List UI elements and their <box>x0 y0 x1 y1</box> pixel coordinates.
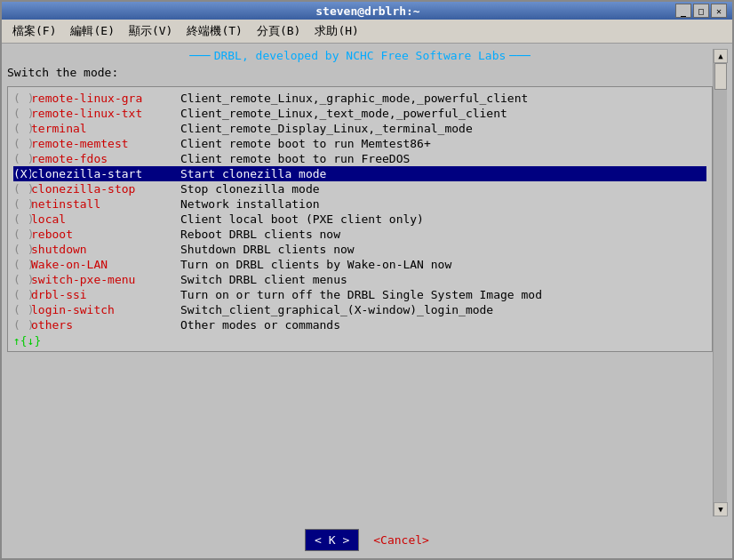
list-item[interactable]: ( )shutdownShutdown DRBL clients now <box>13 242 706 257</box>
item-desc: Client_remote_Linux,_graphic_mode,_power… <box>180 92 528 105</box>
item-desc: Client remote boot to run FreeDOS <box>180 152 410 165</box>
item-name: switch-pxe-menu <box>31 273 173 286</box>
list-item[interactable]: (X)clonezilla-startStart clonezilla mode <box>13 166 706 181</box>
item-desc: Switch_client_graphical_(X-window)_login… <box>180 303 493 316</box>
list-item[interactable]: ( )othersOther modes or commands <box>13 317 706 332</box>
radio-indicator: ( ) <box>13 92 28 105</box>
radio-indicator: ( ) <box>13 243 28 256</box>
header-text: DRBL, developed by NCHC Free Software La… <box>211 49 510 62</box>
list-item[interactable]: ( )drbl-ssiTurn on or turn off the DRBL … <box>13 287 706 302</box>
item-name: clonezilla-stop <box>31 182 173 196</box>
scroll-up-button[interactable]: ▲ <box>714 49 728 63</box>
menu-tab[interactable]: 分頁(B) <box>250 21 307 41</box>
menu-edit[interactable]: 編輯(E) <box>63 21 121 41</box>
item-name: shutdown <box>31 243 173 256</box>
item-name: local <box>31 212 173 226</box>
item-desc: Shutdown DRBL clients now <box>180 243 355 256</box>
menu-terminal[interactable]: 終端機(T) <box>180 21 249 41</box>
item-desc: Client_remote_Display_Linux,_terminal_mo… <box>180 122 473 135</box>
bottom-buttons: < K > <Cancel> <box>2 522 732 558</box>
mode-list[interactable]: ( )remote-linux-graClient_remote_Linux,_… <box>7 86 713 352</box>
item-desc: Client remote boot to run Memtest86+ <box>180 137 431 150</box>
list-item[interactable]: ( )remote-fdosClient remote boot to run … <box>13 151 706 166</box>
radio-indicator: ( ) <box>13 228 28 241</box>
window-controls: _ □ ✕ <box>675 4 727 18</box>
item-desc: Start clonezilla mode <box>180 167 326 180</box>
list-item[interactable]: ( )switch-pxe-menuSwitch DRBL client men… <box>13 272 706 287</box>
radio-indicator: ( ) <box>13 318 28 332</box>
header-dashes-left: ─── <box>189 49 210 62</box>
menu-file[interactable]: 檔案(F) <box>5 21 63 41</box>
list-item[interactable]: ( )rebootReboot DRBL clients now <box>13 227 706 242</box>
list-item[interactable]: ( )clonezilla-stopStop clonezilla mode <box>13 181 706 196</box>
radio-indicator: ( ) <box>13 197 28 211</box>
scrollbar[interactable]: ▲ ▼ <box>713 49 727 516</box>
list-item[interactable]: ( )remote-linux-txtClient_remote_Linux,_… <box>13 106 706 121</box>
radio-indicator: ( ) <box>13 288 28 301</box>
main-window: steven@drblrh:~ _ □ ✕ 檔案(F) 編輯(E) 顯示(V) … <box>0 0 734 560</box>
list-item[interactable]: ( )remote-memtestClient remote boot to r… <box>13 136 706 151</box>
radio-indicator: (X) <box>13 167 28 180</box>
radio-indicator: ( ) <box>13 303 28 316</box>
radio-indicator: ( ) <box>13 122 28 135</box>
item-name: reboot <box>31 228 173 241</box>
list-item[interactable]: ( )netinstallNetwork installation <box>13 196 706 212</box>
item-desc: Other modes or commands <box>180 318 340 332</box>
item-name: clonezilla-start <box>31 167 173 180</box>
item-desc: Client local boot (PXE client only) <box>180 212 424 226</box>
list-item[interactable]: ( )Wake-on-LANTurn on DRBL clients by Wa… <box>13 257 706 272</box>
switch-mode-label: Switch the mode: <box>7 66 713 79</box>
radio-indicator: ( ) <box>13 212 28 226</box>
scrollbar-track[interactable] <box>714 63 727 502</box>
item-name: remote-memtest <box>31 137 173 150</box>
item-desc: Turn on DRBL clients by Wake-on-LAN now <box>180 258 451 271</box>
radio-indicator: ( ) <box>13 273 28 286</box>
radio-indicator: ( ) <box>13 137 28 150</box>
list-item[interactable]: ( )localClient local boot (PXE client on… <box>13 212 706 227</box>
scrollbar-thumb[interactable] <box>714 63 727 90</box>
item-name: others <box>31 318 173 332</box>
menu-view[interactable]: 顯示(V) <box>122 21 180 41</box>
item-name: remote-linux-gra <box>31 92 173 105</box>
item-desc: Turn on or turn off the DRBL Single Syst… <box>180 288 542 301</box>
terminal-content: ─── DRBL, developed by NCHC Free Softwar… <box>7 49 713 516</box>
item-desc: Client_remote_Linux,_text_mode,_powerful… <box>180 107 507 120</box>
item-desc: Network installation <box>180 197 320 211</box>
cancel-button[interactable]: <Cancel> <box>373 533 429 547</box>
item-desc: Stop clonezilla mode <box>180 182 320 196</box>
header-section: ─── DRBL, developed by NCHC Free Softwar… <box>7 49 713 62</box>
item-name: login-switch <box>31 303 173 316</box>
list-item[interactable]: ( )login-switchSwitch_client_graphical_(… <box>13 302 706 317</box>
item-name: Wake-on-LAN <box>31 258 173 271</box>
minimize-button[interactable]: _ <box>675 4 691 18</box>
maximize-button[interactable]: □ <box>693 4 709 18</box>
item-name: remote-fdos <box>31 152 173 165</box>
item-name: drbl-ssi <box>31 288 173 301</box>
radio-indicator: ( ) <box>13 258 28 271</box>
item-name: terminal <box>31 122 173 135</box>
menu-help[interactable]: 求助(H) <box>307 21 365 41</box>
scroll-down-button[interactable]: ▼ <box>714 502 728 516</box>
item-name: remote-linux-txt <box>31 107 173 120</box>
close-button[interactable]: ✕ <box>711 4 727 18</box>
menubar: 檔案(F) 編輯(E) 顯示(V) 終端機(T) 分頁(B) 求助(H) <box>2 20 732 44</box>
terminal-area: ─── DRBL, developed by NCHC Free Softwar… <box>2 44 732 522</box>
window-title: steven@drblrh:~ <box>60 4 675 18</box>
item-name: netinstall <box>31 197 173 211</box>
list-item[interactable]: ( )remote-linux-graClient_remote_Linux,_… <box>13 91 706 106</box>
radio-indicator: ( ) <box>13 152 28 165</box>
item-desc: Reboot DRBL clients now <box>180 228 340 241</box>
list-item[interactable]: ( )terminalClient_remote_Display_Linux,_… <box>13 121 706 136</box>
prev-button[interactable]: < K > <box>305 529 359 551</box>
radio-indicator: ( ) <box>13 107 28 120</box>
titlebar: steven@drblrh:~ _ □ ✕ <box>2 2 732 20</box>
header-dashes-right: ─── <box>509 49 530 62</box>
cursor-line: ↑{↓} <box>13 334 706 348</box>
radio-indicator: ( ) <box>13 182 28 196</box>
item-desc: Switch DRBL client menus <box>180 273 347 286</box>
